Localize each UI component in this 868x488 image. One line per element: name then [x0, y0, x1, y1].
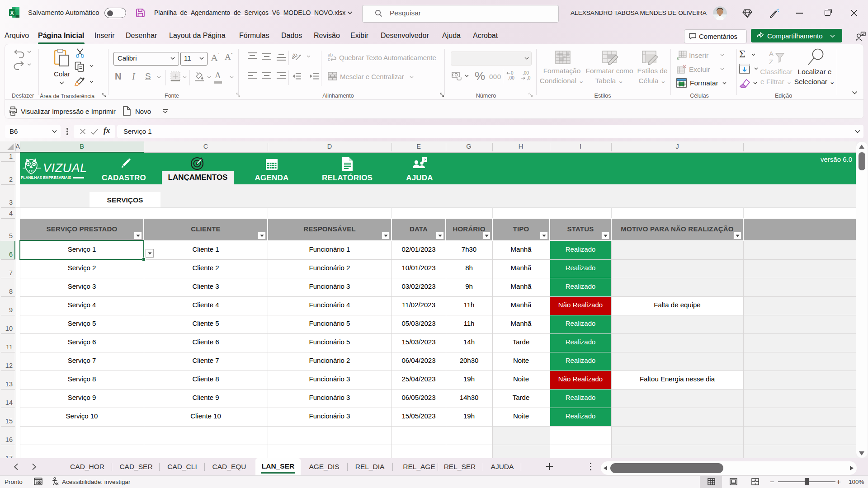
svg-text:ab: ab: [292, 52, 299, 61]
svg-text:0: 0: [511, 70, 514, 75]
svg-text:Z: Z: [769, 58, 773, 66]
svg-text:A: A: [769, 50, 774, 57]
svg-text:c: c: [328, 57, 330, 61]
svg-text:X: X: [10, 10, 14, 16]
svg-text:VIZUAL: VIZUAL: [43, 161, 87, 175]
svg-text:,00: ,00: [508, 75, 514, 80]
svg-text:?: ?: [424, 158, 426, 162]
svg-text:,00: ,00: [523, 70, 529, 75]
svg-text:,0: ,0: [527, 75, 531, 80]
